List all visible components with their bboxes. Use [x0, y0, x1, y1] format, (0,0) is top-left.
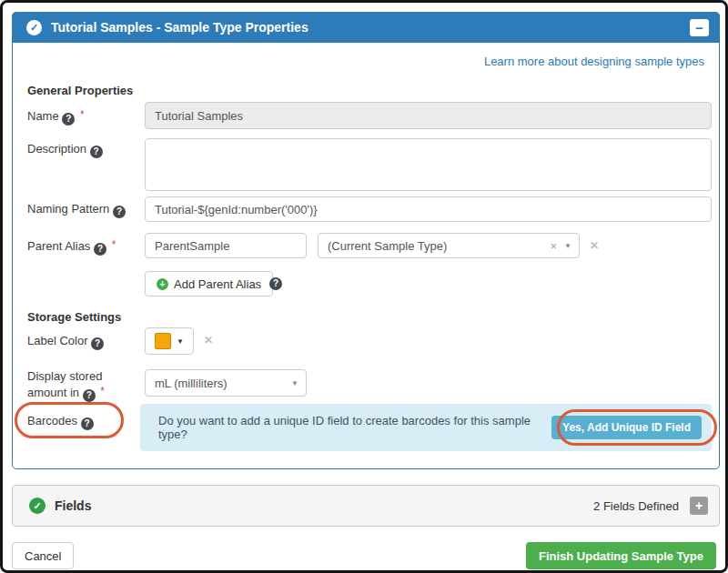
- display-stored-selected-value: mL (milliliters): [155, 377, 291, 390]
- general-properties-heading: General Properties: [27, 84, 133, 97]
- naming-pattern-input[interactable]: [145, 196, 712, 222]
- naming-pattern-help-icon[interactable]: ?: [113, 206, 126, 218]
- unit-select-caret-icon: ▼: [291, 379, 298, 387]
- plus-circle-icon: +: [157, 278, 168, 290]
- parent-alias-help-icon[interactable]: ?: [94, 243, 106, 256]
- display-stored-required-marker: *: [100, 385, 105, 397]
- fields-panel[interactable]: ✓ Fields 2 Fields Defined +: [12, 485, 720, 527]
- barcodes-info-banner: Do you want to add a unique ID field to …: [140, 404, 712, 451]
- barcodes-label: Barcodes ?: [27, 414, 94, 430]
- name-required-marker: *: [80, 108, 85, 121]
- display-stored-help-icon[interactable]: ?: [83, 389, 96, 402]
- panel-complete-check-icon: ✓: [26, 20, 42, 35]
- name-label: Name ? *: [27, 108, 85, 126]
- cancel-button[interactable]: Cancel: [12, 542, 74, 569]
- label-color-label: Label Color ?: [27, 334, 104, 350]
- panel-title: Tutorial Samples - Sample Type Propertie…: [51, 20, 308, 35]
- storage-settings-heading: Storage Settings: [27, 310, 121, 324]
- add-parent-alias-button[interactable]: + Add Parent Alias: [145, 271, 273, 297]
- parent-alias-input[interactable]: [145, 233, 307, 258]
- color-swatch: [155, 333, 171, 349]
- barcodes-help-icon[interactable]: ?: [81, 417, 94, 430]
- select-clear-icon[interactable]: ×: [550, 239, 557, 253]
- clear-label-color-icon[interactable]: ✕: [204, 334, 213, 347]
- color-dropdown-caret-icon: ▼: [177, 337, 184, 346]
- fields-defined-count: 2 Fields Defined: [593, 499, 679, 513]
- parent-alias-sample-type-select[interactable]: (Current Sample Type) × ▼: [318, 233, 580, 258]
- collapse-panel-button[interactable]: −: [690, 19, 709, 36]
- expand-fields-button[interactable]: +: [690, 497, 708, 515]
- name-input: [145, 102, 712, 129]
- properties-panel-header: ✓ Tutorial Samples - Sample Type Propert…: [12, 12, 720, 43]
- fields-complete-check-icon: ✓: [29, 498, 46, 514]
- parent-alias-selected-value: (Current Sample Type): [328, 239, 546, 253]
- learn-more-link[interactable]: Learn more about designing sample types: [484, 55, 704, 68]
- add-unique-id-field-button[interactable]: Yes, Add Unique ID Field: [551, 416, 702, 439]
- label-color-help-icon[interactable]: ?: [91, 337, 104, 350]
- remove-parent-alias-icon[interactable]: ✕: [590, 239, 599, 252]
- display-stored-label-line2: amount in ? *: [27, 385, 105, 402]
- naming-pattern-label: Naming Pattern ?: [27, 202, 126, 218]
- display-stored-label-line1: Display stored: [27, 369, 102, 383]
- add-parent-alias-help-icon[interactable]: ?: [269, 277, 282, 290]
- name-help-icon[interactable]: ?: [62, 113, 75, 126]
- barcodes-prompt-text: Do you want to add a unique ID field to …: [158, 414, 557, 441]
- description-textarea[interactable]: [145, 138, 712, 191]
- fields-panel-title: Fields: [55, 498, 91, 513]
- add-parent-alias-label: Add Parent Alias: [174, 277, 261, 291]
- parent-alias-required-marker: *: [112, 238, 116, 251]
- finish-updating-button[interactable]: Finish Updating Sample Type: [526, 542, 716, 569]
- select-caret-icon[interactable]: ▼: [564, 242, 571, 250]
- sample-type-designer-window: ✓ Tutorial Samples - Sample Type Propert…: [0, 0, 728, 573]
- display-stored-unit-select[interactable]: mL (milliliters) ▼: [145, 369, 307, 397]
- parent-alias-label: Parent Alias ? *: [27, 238, 116, 256]
- properties-panel: ✓ Tutorial Samples - Sample Type Propert…: [12, 12, 720, 469]
- description-label: Description ?: [27, 142, 103, 158]
- description-help-icon[interactable]: ?: [90, 146, 103, 158]
- label-color-dropdown[interactable]: ▼: [145, 327, 194, 355]
